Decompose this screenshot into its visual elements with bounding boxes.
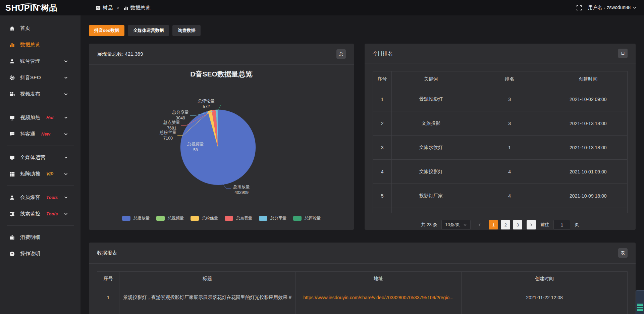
sidebar-divider (7, 146, 74, 146)
legend-swatch (293, 216, 302, 221)
bar-chart-icon (123, 5, 128, 10)
goto-page-input[interactable] (553, 220, 570, 230)
table-row[interactable]: 3文旅水纹灯12021-10-13 18:00 (373, 136, 628, 160)
sidebar-item-account-manage[interactable]: 账号管理 (0, 53, 80, 69)
chevron-down-icon (62, 115, 69, 120)
sidebar-item-douketong[interactable]: 抖客通New (0, 126, 80, 142)
legend-swatch (225, 216, 233, 221)
table-row-empty (373, 208, 628, 213)
goto-label: 前往 (540, 222, 549, 228)
sidebar-item-member-burst[interactable]: 会员爆客Tools (0, 189, 80, 206)
table-cell (470, 208, 549, 213)
sidebar-item-consume-detail[interactable]: 消费明细 (0, 229, 80, 246)
table-cell: 4 (470, 160, 549, 184)
chevron-down-icon (62, 92, 69, 96)
chevron-down-icon (633, 6, 637, 10)
sidebar-item-matrix-boost[interactable]: 矩阵助推VIP (0, 166, 80, 182)
report-title-cell: 景观投影灯，夜游景观投影灯厂家展示展示落花灯在花园里的灯光投影应用效果 # (119, 286, 296, 309)
sidebar-item-douyin-seo[interactable]: 抖音SEO (0, 69, 80, 86)
page-size-select[interactable]: 10条/页 (441, 220, 471, 230)
table-cell: 2 (373, 111, 392, 136)
sidebar-item-operation-help[interactable]: ?操作说明 (0, 246, 80, 262)
pie-label-5: 总评论量572 (198, 98, 215, 110)
sidebar-item-clue-monitor[interactable]: 线索监控Tools (0, 206, 80, 222)
rank-table: 序号关键词排名创建时间 1景观投影灯32021-10-02 09:002文旅投影… (373, 71, 628, 213)
pie-label-line-5 (216, 105, 221, 110)
table-cell: 1 (470, 136, 549, 160)
pie-label-0: 总播放量402909 (233, 184, 250, 196)
rank-day-button[interactable]: 日 (618, 49, 628, 58)
sliders-icon (9, 211, 15, 217)
report-url-link[interactable]: https://www.iesdouyin.com/share/video/70… (303, 295, 453, 300)
sidebar-item-video-heat[interactable]: 视频加热Hot (0, 109, 80, 126)
bar-chart-icon (9, 42, 15, 48)
sidebar-divider (7, 106, 74, 106)
table-row: 1景观投影灯，夜游景观投影灯厂家展示展示落花灯在花园里的灯光投影应用效果 #ht… (97, 286, 628, 309)
sidebar-item-label: 数据总览 (20, 42, 40, 48)
chart-legend: 总播放量总视频量总粉丝量总点赞量总分享量总评论量 (89, 215, 354, 221)
user-menu[interactable]: 用户名：zswodun88 (588, 5, 637, 11)
sidebar-item-label: 消费明细 (20, 234, 40, 241)
sidebar-menu: 首页数据总览账号管理抖音SEO视频发布视频加热Hot抖客通New全媒体运营矩阵助… (0, 20, 80, 262)
page-button-3[interactable]: 3 (513, 220, 522, 229)
table-row[interactable]: 2文旅投影32021-10-13 18:00 (373, 111, 628, 136)
sidebar-item-video-publish[interactable]: 视频发布 (0, 86, 80, 102)
breadcrumb-item-data-overview[interactable]: 数据总览 (123, 5, 151, 11)
rank-column-header: 创建时间 (549, 71, 627, 87)
table-cell: 文旅水纹灯 (392, 136, 470, 160)
report-created-cell: 2021-11-22 12:08 (461, 286, 627, 309)
table-cell: 5 (373, 184, 392, 208)
legend-item-5[interactable]: 总评论量 (293, 215, 321, 221)
sidebar-item-label: 操作说明 (20, 251, 40, 257)
sidebar-item-data-overview[interactable]: 数据总览 (0, 37, 80, 53)
logo-text-cn: 树品 (41, 2, 57, 13)
fullscreen-icon[interactable] (576, 5, 582, 11)
overview-panel-title: 展现量总数: 421,369 (97, 51, 143, 57)
table-cell (392, 208, 470, 213)
sidebar-item-label: 视频发布 (20, 91, 40, 97)
table-row[interactable]: 1景观投影灯32021-10-02 09:00 (373, 87, 628, 111)
user-icon (9, 195, 15, 201)
grid-icon (9, 171, 15, 177)
page-button-2[interactable]: 2 (501, 220, 510, 229)
breadcrumb-label: 树品 (103, 5, 113, 11)
table-cell: 景观投影灯 (392, 87, 470, 111)
table-cell (549, 208, 627, 213)
breadcrumb: 树品 > 数据总览 (96, 5, 151, 11)
chevron-down-icon (62, 59, 69, 63)
legend-item-3[interactable]: 总点赞量 (225, 215, 252, 221)
legend-item-4[interactable]: 总分享量 (259, 215, 286, 221)
video-camera-icon (9, 91, 15, 97)
sidebar-item-omni-media[interactable]: 全媒体运营 (0, 149, 80, 166)
next-page-button[interactable] (527, 220, 536, 229)
question-icon: ? (9, 251, 15, 257)
table-cell (119, 309, 296, 314)
app-logo[interactable]: SHUPIN 树品 (0, 2, 80, 13)
page-unit-label: 页 (575, 222, 579, 228)
report-table-button[interactable]: 表 (618, 248, 628, 258)
sidebar-divider (7, 186, 74, 186)
legend-item-1[interactable]: 总视频量 (156, 215, 184, 221)
tab-2[interactable]: 询盘数据 (172, 25, 201, 36)
breadcrumb-item-shupin[interactable]: 树品 (96, 5, 113, 11)
tab-0[interactable]: 抖音seo数据 (89, 25, 124, 36)
table-row[interactable]: 4文旅投影灯42021-10-01 09:00 (373, 160, 628, 184)
sidebar-item-home[interactable]: 首页 (0, 20, 80, 37)
report-column-header: 序号 (97, 272, 119, 286)
tab-1[interactable]: 全媒体运营数据 (128, 25, 169, 36)
overview-panel: 展现量总数: 421,369 总 D音SEO数据量总览 总播放量402909总视… (89, 44, 354, 230)
sidebar-item-badge: Tools (46, 195, 58, 200)
rank-column-header: 序号 (373, 71, 392, 87)
legend-item-0[interactable]: 总播放量 (122, 215, 150, 221)
table-cell (295, 309, 461, 314)
overview-total-button[interactable]: 总 (336, 49, 346, 59)
pie-label-3: 总点赞量7681 (163, 120, 180, 131)
page-button-1[interactable]: 1 (489, 220, 498, 229)
floating-widget[interactable] (636, 290, 644, 314)
prev-page-button[interactable] (475, 220, 484, 229)
sidebar-item-label: 首页 (20, 25, 30, 32)
legend-item-2[interactable]: 总粉丝量 (191, 215, 218, 221)
table-cell: 2021-10-13 18:00 (549, 111, 627, 136)
table-row[interactable]: 5投影灯厂家42021-10-09 18:00 (373, 184, 628, 208)
pie-chart-svg[interactable] (89, 65, 354, 230)
